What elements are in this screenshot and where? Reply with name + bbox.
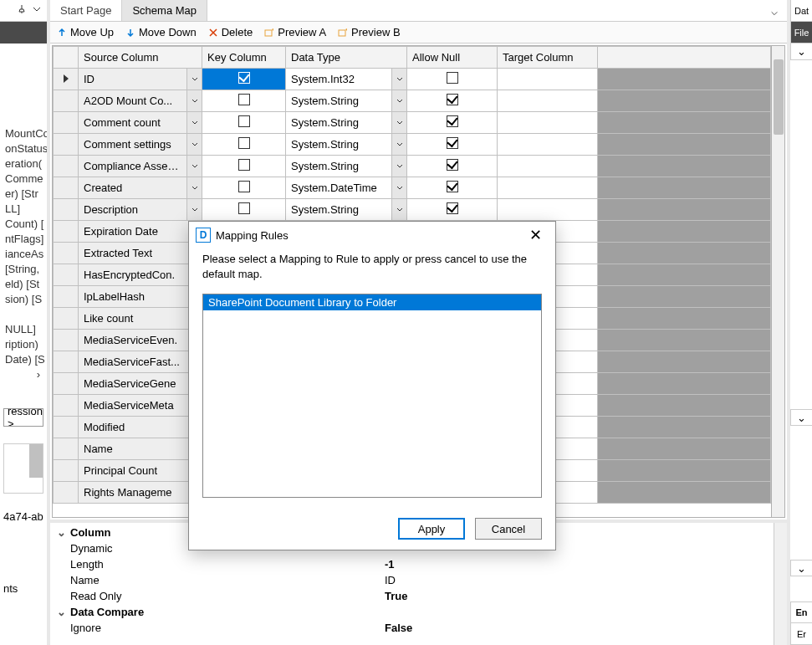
collapse-icon[interactable]: ⌄: [55, 526, 67, 539]
preview-a-button[interactable]: Preview A: [264, 26, 326, 38]
checkbox[interactable]: [238, 181, 250, 192]
apply-button[interactable]: Apply: [398, 518, 465, 540]
target-cell[interactable]: [498, 199, 598, 221]
col-target[interactable]: Target Column: [498, 47, 598, 69]
list-item[interactable]: NULL]: [0, 323, 47, 338]
source-cell[interactable]: Rights Manageme: [79, 482, 202, 504]
checkbox[interactable]: [447, 137, 458, 149]
list-item[interactable]: ianceAs: [0, 248, 47, 263]
key-cell[interactable]: [202, 199, 286, 221]
prop-key[interactable]: Name: [67, 574, 385, 586]
preview-b-button[interactable]: Preview B: [338, 26, 401, 38]
allownull-cell[interactable]: [407, 156, 498, 177]
list-item[interactable]: ntFlags]: [0, 233, 47, 248]
datatype-cell[interactable]: System.Int32: [286, 69, 407, 90]
table-row[interactable]: Comment settingsSystem.String: [54, 134, 771, 156]
close-icon[interactable]: ✕: [522, 222, 549, 248]
mapping-option[interactable]: SharePoint Document Library to Folder: [203, 294, 541, 310]
source-cell[interactable]: Comment count: [79, 112, 202, 134]
list-item[interactable]: MountCo: [0, 127, 47, 142]
prop-value[interactable]: False: [385, 622, 769, 634]
source-cell[interactable]: Compliance Asset ...: [79, 156, 202, 177]
table-row[interactable]: DescriptionSystem.String: [54, 199, 771, 221]
props-scrollbar[interactable]: [774, 523, 787, 645]
dropdown-icon[interactable]: [391, 177, 406, 198]
source-cell[interactable]: Comment settings: [79, 134, 202, 156]
target-cell[interactable]: [498, 69, 598, 90]
table-row[interactable]: Compliance Asset ...System.String: [54, 156, 771, 177]
prop-key[interactable]: Read Only: [67, 590, 385, 602]
prop-value[interactable]: -1: [385, 558, 769, 571]
dropdown-icon[interactable]: [391, 199, 406, 220]
checkbox[interactable]: [238, 94, 250, 105]
chevron-down-icon[interactable]: ⌄: [797, 412, 806, 424]
key-cell[interactable]: [202, 156, 286, 177]
datatype-cell[interactable]: System.String: [286, 156, 407, 177]
key-cell[interactable]: [202, 134, 286, 156]
checkbox[interactable]: [447, 115, 458, 127]
source-cell[interactable]: MediaServiceGene: [79, 373, 202, 395]
prop-value[interactable]: True: [385, 590, 769, 602]
collapse-icon[interactable]: ⌄: [55, 606, 67, 618]
dropdown-icon[interactable]: [186, 134, 202, 155]
dropdown-icon[interactable]: [391, 69, 406, 90]
prop-value[interactable]: ID: [385, 574, 769, 586]
allownull-cell[interactable]: [407, 177, 498, 199]
source-cell[interactable]: MediaServiceEven.: [79, 330, 202, 351]
target-cell[interactable]: [498, 134, 598, 156]
key-cell[interactable]: [202, 112, 286, 134]
move-up-button[interactable]: Move Up: [57, 26, 114, 38]
pin-icon[interactable]: [17, 4, 27, 17]
source-cell[interactable]: Created: [79, 177, 202, 199]
source-cell[interactable]: MediaServiceFast...: [79, 351, 202, 373]
list-item[interactable]: Date) [S: [0, 353, 47, 368]
list-item[interactable]: sion) [S: [0, 293, 47, 308]
source-cell[interactable]: Name: [79, 438, 202, 460]
datatype-cell[interactable]: System.DateTime: [286, 177, 407, 199]
dropdown-icon[interactable]: [391, 112, 406, 133]
right-tab-dat[interactable]: Dat: [790, 0, 812, 22]
target-cell[interactable]: [498, 90, 598, 112]
delete-button[interactable]: Delete: [208, 26, 253, 38]
table-row[interactable]: A2OD Mount Co...System.String: [54, 90, 771, 112]
col-allownull[interactable]: Allow Null: [407, 47, 498, 69]
dropdown-icon[interactable]: [186, 90, 202, 111]
checkbox[interactable]: [447, 181, 458, 192]
source-cell[interactable]: Extracted Text: [79, 243, 202, 264]
allownull-cell[interactable]: [407, 199, 498, 221]
list-item[interactable]: LL]: [0, 202, 47, 218]
key-cell[interactable]: [202, 177, 286, 199]
source-cell[interactable]: Modified: [79, 417, 202, 438]
scrollbar-thumb[interactable]: [29, 444, 43, 478]
list-item[interactable]: Count) [: [0, 218, 47, 233]
cancel-button[interactable]: Cancel: [475, 518, 542, 540]
list-item[interactable]: [String,: [0, 263, 47, 278]
expression-input[interactable]: ression >: [3, 408, 43, 427]
source-cell[interactable]: HasEncryptedCon.: [79, 264, 202, 286]
list-item[interactable]: [0, 308, 47, 323]
datatype-cell[interactable]: System.String: [286, 90, 407, 112]
dropdown-icon[interactable]: [186, 69, 202, 90]
target-cell[interactable]: [498, 177, 598, 199]
list-item[interactable]: onStatus: [0, 142, 47, 157]
checkbox[interactable]: [238, 115, 250, 127]
list-item[interactable]: Comme: [0, 172, 47, 187]
allownull-cell[interactable]: [407, 112, 498, 134]
checkbox[interactable]: [238, 202, 250, 214]
scrollbar-thumb[interactable]: [774, 59, 784, 135]
checkbox[interactable]: [447, 202, 458, 214]
source-cell[interactable]: Expiration Date: [79, 221, 202, 243]
dialog-titlebar[interactable]: D Mapping Rules ✕: [189, 222, 555, 248]
tab-schema-map[interactable]: Schema Map: [122, 0, 207, 21]
col-key[interactable]: Key Column: [202, 47, 286, 69]
dropdown-icon[interactable]: [186, 199, 202, 220]
table-row[interactable]: CreatedSystem.DateTime: [54, 177, 771, 199]
source-cell[interactable]: IpLabelHash: [79, 286, 202, 308]
move-down-button[interactable]: Move Down: [125, 26, 197, 38]
checkbox[interactable]: [238, 159, 250, 171]
tab-overflow-icon[interactable]: [767, 6, 782, 21]
list-item[interactable]: eration(: [0, 157, 47, 172]
checkbox[interactable]: [238, 137, 250, 149]
datatype-cell[interactable]: System.String: [286, 134, 407, 156]
dropdown-icon[interactable]: [186, 156, 202, 177]
